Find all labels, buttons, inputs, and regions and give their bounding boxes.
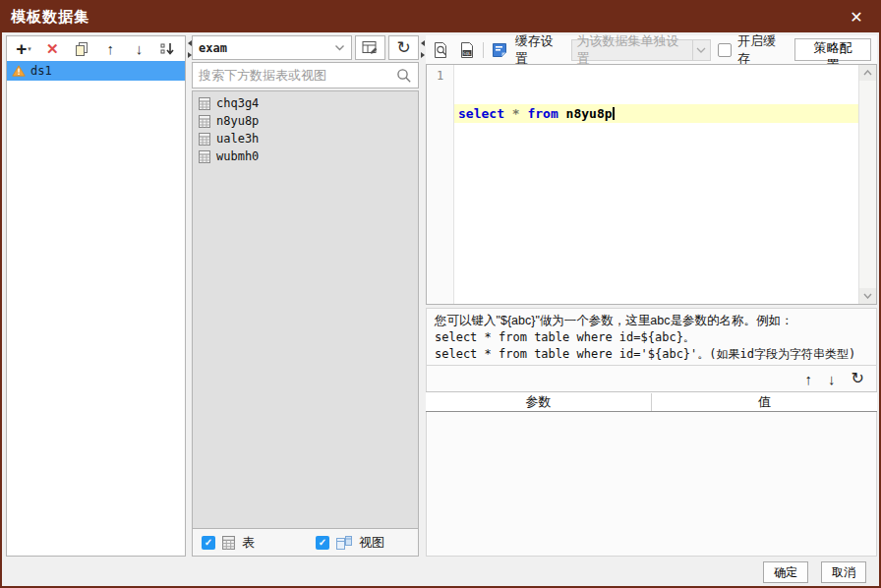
- chevron-down-icon: [692, 40, 710, 60]
- search-placeholder: 搜索下方数据表或视图: [199, 67, 326, 85]
- dialog-title: 模板数据集: [2, 8, 89, 27]
- help-line-2: select * from table where id=${abc}。: [435, 329, 868, 346]
- sql-file-button[interactable]: SQL: [457, 40, 476, 60]
- param-move-down-button[interactable]: ↓: [828, 372, 836, 386]
- table-item-chq3g4[interactable]: chq3g4: [193, 94, 418, 112]
- scroll-down-button[interactable]: [859, 288, 876, 304]
- line-number-gutter: 1: [427, 65, 454, 304]
- dataset-name: ds1: [30, 64, 52, 78]
- collapse-right-icon: [188, 52, 192, 58]
- sql-keyword: select: [458, 106, 504, 121]
- preview-icon: [433, 41, 449, 59]
- sort-icon: [160, 42, 175, 56]
- table-name: wubmh0: [216, 149, 259, 163]
- param-refresh-button[interactable]: ↻: [852, 371, 864, 386]
- filter-table-label: 表: [242, 534, 255, 552]
- collapse-left-icon: [421, 40, 425, 46]
- line-number: 1: [427, 69, 453, 83]
- delete-dataset-button[interactable]: ✕: [42, 39, 62, 59]
- move-up-button[interactable]: ↑: [100, 39, 120, 59]
- params-table-body: [426, 412, 877, 557]
- connection-value: exam: [199, 41, 227, 55]
- sql-active-line: select * from n8yu8p: [454, 104, 858, 123]
- table-item-uale3h[interactable]: uale3h: [193, 130, 418, 147]
- table-icon: [199, 115, 210, 128]
- checkbox-checked-icon: ✓: [316, 536, 329, 550]
- table-icon: [199, 133, 210, 146]
- splitter-right[interactable]: [419, 35, 426, 557]
- sql-editor[interactable]: 1 select * from n8yu8p: [426, 64, 877, 305]
- table-list: chq3g4 n8yu8p uale3h wubmh0: [192, 90, 419, 528]
- table-name: chq3g4: [216, 96, 259, 110]
- param-move-up-button[interactable]: ↑: [805, 372, 813, 386]
- enable-cache-label: 开启缓存: [737, 32, 786, 68]
- ok-button[interactable]: 确定: [763, 561, 808, 583]
- chevron-down-icon: ▾: [28, 45, 31, 53]
- close-button[interactable]: ✕: [834, 2, 879, 32]
- dataset-list: ds1: [7, 61, 185, 556]
- database-browser-panel: exam ↻ 搜索下方数据表或视图: [192, 35, 419, 557]
- connection-row: exam ↻: [192, 35, 419, 60]
- table-icon: [222, 536, 235, 550]
- dataset-list-panel: + ▾ ✕ ↑ ↓: [6, 35, 186, 557]
- table-name: n8yu8p: [216, 114, 259, 128]
- editor-scrollbar[interactable]: [858, 65, 876, 304]
- dataset-toolbar: + ▾ ✕ ↑ ↓: [7, 36, 185, 61]
- dialog-footer: 确定 取消: [2, 559, 879, 586]
- add-dataset-button[interactable]: + ▾: [14, 39, 33, 59]
- value-column-header: 值: [652, 393, 877, 411]
- sql-code-area[interactable]: select * from n8yu8p: [454, 65, 858, 304]
- cache-scope-select[interactable]: 为该数据集单独设置: [571, 39, 711, 61]
- table-item-n8yu8p[interactable]: n8yu8p: [193, 112, 418, 130]
- table-item-wubmh0[interactable]: wubmh0: [193, 147, 418, 165]
- title-bar: 模板数据集: [2, 2, 879, 32]
- warning-icon: [12, 65, 26, 77]
- policy-config-button[interactable]: 策略配置: [794, 38, 871, 61]
- scroll-up-button[interactable]: [859, 65, 876, 81]
- collapse-left-icon: [188, 40, 192, 46]
- enable-cache-checkbox[interactable]: 开启缓存: [718, 32, 786, 68]
- cache-scope-value: 为该数据集单独设置: [577, 32, 687, 68]
- refresh-tables-button[interactable]: ↻: [388, 35, 419, 60]
- cache-settings-label: 缓存设置: [515, 32, 564, 68]
- chevron-down-icon: [334, 44, 345, 51]
- filter-tables-checkbox[interactable]: ✓ 表: [202, 534, 255, 552]
- cache-settings-icon: [492, 42, 507, 58]
- refresh-icon: ↻: [396, 39, 410, 56]
- sql-keyword: from: [527, 106, 558, 121]
- sql-panel: SQL 缓存设置 为该数据集单独设置: [426, 35, 877, 557]
- checkbox-unchecked-icon: [718, 43, 732, 57]
- view-icon: [336, 536, 352, 550]
- table-name: uale3h: [216, 132, 259, 146]
- copy-icon: [75, 42, 88, 56]
- sql-file-icon: SQL: [459, 41, 475, 59]
- splitter-collapse-icons: [419, 35, 426, 58]
- table-search-input[interactable]: 搜索下方数据表或视图: [192, 62, 419, 88]
- copy-dataset-button[interactable]: [72, 39, 91, 59]
- cancel-button[interactable]: 取消: [821, 561, 866, 583]
- checkbox-checked-icon: ✓: [202, 536, 215, 550]
- param-column-header: 参数: [426, 393, 652, 411]
- filter-views-checkbox[interactable]: ✓ 视图: [316, 534, 384, 552]
- toolbar-divider: [483, 42, 484, 58]
- filter-view-label: 视图: [359, 534, 384, 552]
- sql-identifier: n8yu8p: [558, 106, 613, 121]
- arrow-down-icon: ↓: [136, 40, 144, 57]
- table-edit-icon: [362, 40, 379, 55]
- preview-data-button[interactable]: [432, 40, 450, 60]
- help-line-3: select * from table where id='${abc}'。(如…: [435, 346, 868, 363]
- cache-settings-icon-wrap: [491, 40, 507, 60]
- collapse-right-icon: [421, 52, 425, 58]
- dataset-item-ds1[interactable]: ds1: [7, 61, 185, 81]
- svg-text:SQL: SQL: [463, 50, 471, 55]
- database-connection-select[interactable]: exam: [192, 35, 352, 60]
- delete-icon: ✕: [46, 40, 59, 58]
- sort-datasets-button[interactable]: [158, 39, 178, 59]
- edit-connection-button[interactable]: [355, 35, 385, 60]
- filter-row: ✓ 表 ✓ 视图: [192, 528, 419, 557]
- plus-icon: +: [16, 41, 27, 57]
- sql-operator: *: [504, 106, 527, 121]
- text-cursor: [613, 107, 615, 120]
- move-down-button[interactable]: ↓: [130, 39, 149, 59]
- parameter-controls: ↑ ↓ ↻: [426, 366, 877, 391]
